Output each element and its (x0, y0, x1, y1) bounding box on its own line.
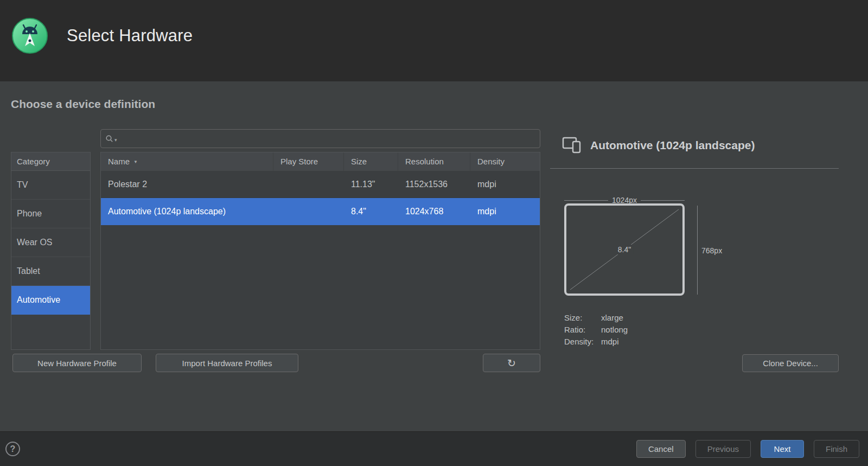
content-area: Choose a device definition ▾ Category TV… (0, 81, 868, 431)
search-icon (105, 135, 114, 143)
dialog-footer: ? Cancel Previous Next Finish (0, 431, 868, 466)
dialog-header: Select Hardware (0, 0, 868, 81)
search-options-caret-icon[interactable]: ▾ (114, 137, 117, 143)
diagram-diagonal-label: 8.4" (615, 245, 634, 254)
column-header-resolution[interactable]: Resolution (398, 152, 470, 171)
import-hardware-profiles-button[interactable]: Import Hardware Profiles (156, 354, 298, 372)
refresh-devices-button[interactable]: ↻ (483, 354, 540, 372)
wizard-buttons: Cancel Previous Next Finish (636, 440, 859, 458)
device-table: Name▼ Play Store Size Resolution Density… (100, 152, 540, 350)
refresh-icon: ↻ (507, 357, 516, 369)
diagram-height-dimension-line (697, 206, 698, 295)
device-icon (562, 136, 583, 154)
selected-device-title: Automotive (1024p landscape) (590, 139, 755, 152)
spec-size: Size: xlarge (564, 312, 628, 324)
category-panel: Category TV Phone Wear OS Tablet Automot… (11, 152, 91, 350)
android-studio-logo-icon (11, 17, 49, 55)
device-row-automotive-1024p-landscape[interactable]: Automotive (1024p landscape) 8.4" 1024x7… (101, 198, 540, 225)
help-button[interactable]: ? (5, 442, 20, 456)
column-header-density[interactable]: Density (470, 152, 540, 171)
help-icon: ? (10, 444, 16, 454)
device-table-header: Name▼ Play Store Size Resolution Density (101, 152, 540, 171)
device-row-polestar-2[interactable]: Polestar 2 11.13" 1152x1536 mdpi (101, 171, 540, 198)
cancel-button[interactable]: Cancel (636, 440, 686, 458)
spec-ratio: Ratio: notlong (564, 324, 628, 336)
column-header-size[interactable]: Size (344, 152, 398, 171)
column-header-play-store[interactable]: Play Store (273, 152, 344, 171)
search-input[interactable] (119, 134, 535, 143)
sort-desc-icon: ▼ (133, 159, 138, 164)
category-item-wear-os[interactable]: Wear OS (11, 228, 90, 257)
column-header-name[interactable]: Name▼ (101, 152, 273, 171)
next-button[interactable]: Next (761, 440, 804, 458)
category-column-header: Category (11, 152, 90, 171)
finish-button: Finish (814, 440, 859, 458)
device-specs: Size: xlarge Ratio: notlong Density: mdp… (564, 312, 628, 348)
section-heading: Choose a device definition (11, 98, 155, 111)
details-divider (550, 168, 839, 169)
category-item-tv[interactable]: TV (11, 171, 90, 200)
device-search-field: ▾ (100, 129, 540, 148)
diagram-height-label: 768px (701, 246, 722, 255)
category-item-tablet[interactable]: Tablet (11, 257, 90, 286)
clone-device-button[interactable]: Clone Device... (742, 354, 839, 372)
device-screen-diagram: 8.4" (564, 203, 685, 296)
dialog-title: Select Hardware (67, 26, 193, 46)
new-hardware-profile-button[interactable]: New Hardware Profile (12, 354, 142, 372)
previous-button: Previous (695, 440, 751, 458)
category-item-automotive[interactable]: Automotive (11, 286, 90, 315)
category-item-phone[interactable]: Phone (11, 200, 90, 228)
spec-density: Density: mdpi (564, 336, 628, 348)
